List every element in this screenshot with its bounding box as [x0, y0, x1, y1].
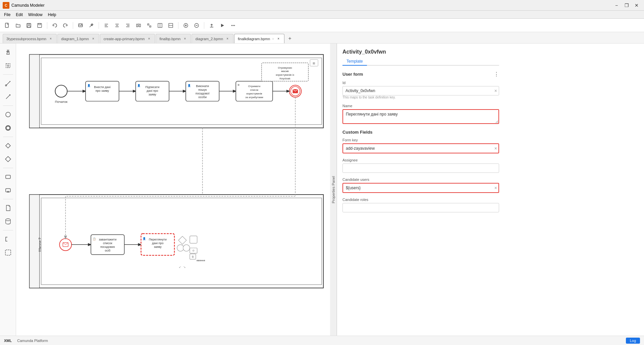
menubar: File Edit Window Help	[0, 11, 644, 19]
save-button[interactable]	[24, 21, 34, 30]
svg-point-48	[6, 126, 10, 130]
gateway2-tool[interactable]	[2, 153, 14, 165]
gateway-tool[interactable]	[2, 140, 14, 152]
svg-text:посадових: посадових	[100, 245, 115, 249]
arrow-tool[interactable]	[2, 91, 14, 103]
form-key-clear-button[interactable]: ×	[494, 146, 497, 151]
svg-text:↙: ↙	[179, 265, 181, 269]
left-sep-1	[3, 74, 13, 75]
group-tool[interactable]	[2, 247, 14, 259]
svg-text:Keycloak: Keycloak	[279, 77, 290, 80]
svg-text:заяву: заяву	[149, 93, 156, 96]
redo-button[interactable]	[61, 21, 70, 30]
svg-rect-51	[6, 175, 10, 179]
svg-text:дані про: дані про	[147, 89, 158, 92]
datastore-tool[interactable]	[2, 215, 14, 227]
align-center-button[interactable]	[112, 21, 122, 30]
svg-text:⊞: ⊞	[313, 62, 315, 65]
tab-close-3typessubprocess[interactable]: ×	[48, 37, 53, 41]
image-button[interactable]	[76, 21, 85, 30]
candidate-users-input[interactable]	[342, 183, 499, 193]
distribute-button-3[interactable]	[155, 21, 165, 30]
tab-finalbp[interactable]: finalbp.bpmn ×	[156, 34, 191, 43]
tab-finalkdiagram[interactable]: finalkdiagram.bpmn ○ ×	[234, 34, 284, 43]
svg-text:масив: масив	[281, 70, 289, 73]
left-sep-2	[3, 106, 13, 106]
tab-close-finalbp[interactable]: ×	[182, 37, 187, 41]
deploy-button[interactable]	[207, 21, 216, 30]
distribute-button-1[interactable]	[134, 21, 143, 30]
candidate-users-clear-button[interactable]: ×	[494, 186, 497, 190]
tab-3typessubprocess[interactable]: 3typessubprocess.bpmn ×	[3, 34, 57, 43]
new-tab-button[interactable]: +	[285, 34, 294, 43]
name-label: Name	[342, 104, 499, 108]
event-tool[interactable]	[2, 109, 14, 121]
xml-button[interactable]: XML	[4, 339, 12, 343]
tab-close-diagram2[interactable]: ×	[225, 37, 230, 41]
platform-label: Camunda Platform	[17, 339, 48, 343]
id-input[interactable]	[342, 86, 499, 95]
app-icon: C	[3, 2, 9, 9]
more-button[interactable]	[228, 21, 238, 30]
tab-diagram2[interactable]: diagram_2.bpmn ×	[192, 34, 233, 43]
candidate-roles-label: Candidate roles	[342, 198, 499, 202]
event2-tool[interactable]	[2, 122, 14, 134]
tab-close-create-app[interactable]: ×	[147, 37, 151, 41]
tool-button[interactable]	[87, 21, 96, 30]
open-button[interactable]	[13, 21, 23, 30]
distribute-button-2[interactable]	[145, 21, 154, 30]
custom-fields-section: Custom Fields	[342, 130, 499, 135]
bottom-right: Log	[626, 338, 640, 344]
main-area: Школа 1 ⊞ Початок 👤 Внести дані про заяв…	[0, 44, 644, 336]
task-tool[interactable]	[2, 171, 14, 183]
menu-edit[interactable]: Edit	[13, 12, 25, 18]
svg-text:⚙: ⚙	[192, 249, 195, 252]
name-textarea[interactable]: Переглянути дані про заяву	[342, 109, 499, 124]
svg-marker-49	[6, 143, 10, 148]
annotation-tool[interactable]	[2, 233, 14, 245]
candidate-roles-input[interactable]	[342, 203, 499, 212]
connect-tool[interactable]	[2, 77, 14, 89]
minimize-button[interactable]: −	[612, 2, 621, 9]
align-right-button[interactable]	[123, 21, 132, 30]
form-key-input[interactable]	[342, 143, 499, 153]
svg-text:особи: особи	[198, 95, 207, 99]
close-button[interactable]: ✕	[632, 2, 641, 9]
left-sep-4	[3, 168, 13, 168]
subprocess-button-1[interactable]	[181, 21, 191, 30]
new-button[interactable]	[3, 21, 12, 30]
distribute-button-4[interactable]	[166, 21, 175, 30]
svg-marker-33	[221, 24, 224, 27]
properties-panel-label[interactable]: Properties Panel	[330, 44, 337, 336]
marquee-tool[interactable]	[2, 60, 14, 72]
subprocess-button-2[interactable]	[192, 21, 201, 30]
run-button[interactable]	[218, 21, 227, 30]
save-as-button[interactable]	[35, 21, 44, 30]
tab-close-diagram1[interactable]: ×	[91, 37, 96, 41]
restore-button[interactable]: ❐	[622, 2, 631, 9]
svg-text:Отримуємо: Отримуємо	[278, 66, 292, 69]
menu-file[interactable]: File	[1, 12, 13, 18]
svg-text:список: список	[250, 88, 259, 91]
toolbar-sep-5	[204, 22, 204, 29]
id-clear-button[interactable]: ×	[494, 88, 497, 93]
tab-close-finalkdiagram[interactable]: ×	[276, 37, 281, 41]
menu-window[interactable]: Window	[25, 12, 45, 18]
panel-tab-bar: Template	[342, 58, 499, 66]
assignee-input[interactable]	[342, 163, 499, 173]
tab-create-app[interactable]: create-app-primary.bpmn ×	[100, 34, 155, 43]
undo-button[interactable]	[50, 21, 59, 30]
id-label: Id	[342, 81, 499, 85]
hand-tool[interactable]	[2, 46, 14, 58]
dataobj-tool[interactable]	[2, 202, 14, 214]
user-form-dots[interactable]: ⋮	[494, 71, 499, 77]
tab-diagram1[interactable]: diagram_1.bpmn ×	[57, 34, 99, 43]
menu-help[interactable]: Help	[45, 12, 59, 18]
svg-rect-4	[38, 23, 42, 27]
log-button[interactable]: Log	[626, 338, 640, 344]
align-left-button[interactable]	[102, 21, 111, 30]
panel-tab-template[interactable]: Template	[342, 58, 367, 66]
canvas[interactable]: Школа 1 ⊞ Початок 👤 Внести дані про заяв…	[16, 44, 330, 336]
svg-text:👤: 👤	[187, 84, 191, 87]
subprocess-tool[interactable]	[2, 184, 14, 196]
